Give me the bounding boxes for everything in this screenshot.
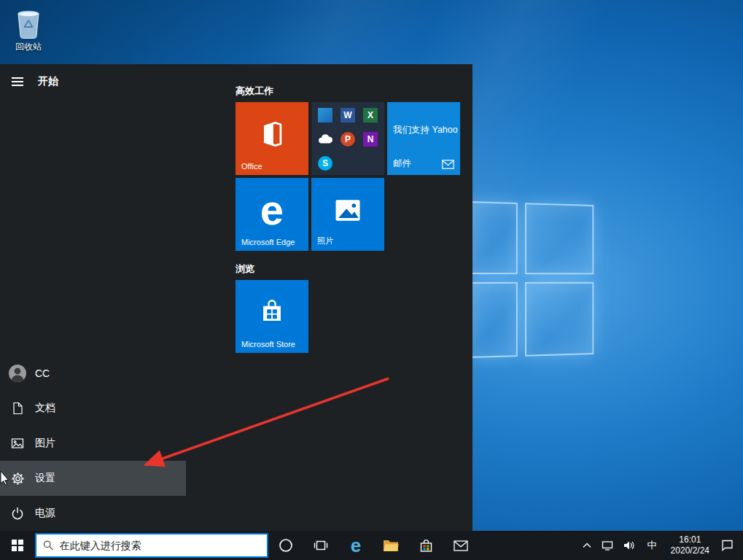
taskbar-search[interactable] bbox=[35, 533, 268, 558]
start-menu-title: 开始 bbox=[38, 75, 58, 88]
recycle-bin-icon bbox=[13, 6, 44, 39]
tray-date: 2020/2/24 bbox=[671, 545, 709, 556]
power-icon bbox=[0, 507, 35, 520]
tile-label-photos: 照片 bbox=[317, 236, 333, 246]
nav-label-power: 电源 bbox=[35, 507, 55, 520]
wallpaper-pane bbox=[470, 201, 518, 274]
chevron-up-icon bbox=[583, 542, 591, 548]
start-nav-pictures[interactable]: 图片 bbox=[0, 426, 186, 461]
start-nav-documents[interactable]: 文档 bbox=[0, 391, 186, 426]
mail-taskbar-button[interactable] bbox=[443, 531, 478, 560]
edge-icon: e bbox=[351, 536, 361, 555]
start-nav-settings[interactable]: 设置 bbox=[0, 461, 186, 496]
document-icon bbox=[0, 402, 35, 415]
start-nav-power[interactable]: 电源 bbox=[0, 496, 186, 531]
cortana-icon bbox=[279, 538, 293, 553]
tile-grid-productivity: Office W X P N S bbox=[236, 102, 460, 251]
pictures-icon bbox=[0, 437, 35, 450]
tray-overflow-button[interactable] bbox=[577, 531, 596, 560]
tile-microsoft-store[interactable]: Microsoft Store bbox=[236, 280, 308, 353]
file-explorer-button[interactable] bbox=[373, 531, 408, 560]
word-icon: W bbox=[341, 108, 355, 122]
task-view-button[interactable] bbox=[303, 531, 338, 560]
store-icon bbox=[419, 539, 433, 553]
tray-time: 16:01 bbox=[679, 534, 701, 545]
tile-microsoft-edge[interactable]: e Microsoft Edge bbox=[236, 178, 308, 251]
nav-label-settings: 设置 bbox=[35, 472, 55, 485]
store-taskbar-button[interactable] bbox=[408, 531, 443, 560]
gear-icon bbox=[0, 472, 35, 486]
teams-icon bbox=[318, 108, 332, 122]
action-center-button[interactable] bbox=[716, 531, 743, 560]
network-tray-button[interactable] bbox=[596, 531, 618, 560]
cortana-button[interactable] bbox=[268, 531, 303, 560]
nav-label-user: CC bbox=[35, 368, 50, 379]
onenote-icon: N bbox=[363, 132, 378, 147]
start-nav-user[interactable]: CC bbox=[0, 356, 186, 391]
onedrive-icon bbox=[318, 132, 332, 147]
hamburger-icon bbox=[12, 77, 23, 79]
search-icon bbox=[43, 540, 54, 551]
start-menu: 开始 CC bbox=[0, 64, 472, 531]
recycle-bin-label: 回收站 bbox=[15, 41, 42, 53]
tile-label-office: Office bbox=[241, 162, 262, 171]
speaker-icon bbox=[623, 540, 635, 551]
yahoo-tile-label: 邮件 bbox=[393, 158, 411, 170]
tile-office[interactable]: Office bbox=[236, 102, 308, 175]
start-nav-column: 开始 CC bbox=[0, 64, 186, 531]
mail-envelope-icon bbox=[442, 160, 454, 169]
ime-indicator[interactable]: 中 bbox=[640, 531, 664, 560]
mail-icon bbox=[454, 540, 468, 551]
notification-icon bbox=[721, 540, 734, 551]
start-tiles-area: 高效工作 Office W X bbox=[186, 64, 460, 531]
taskbar-clock[interactable]: 16:01 2020/2/24 bbox=[664, 531, 716, 560]
tile-yahoo-mail[interactable]: 我们支持 Yahoo 邮件 bbox=[387, 102, 460, 175]
excel-icon: X bbox=[363, 108, 378, 122]
task-view-icon bbox=[314, 539, 328, 552]
tile-label-edge: Microsoft Edge bbox=[241, 238, 295, 246]
edge-taskbar-button[interactable]: e bbox=[338, 531, 373, 560]
wallpaper-pane bbox=[525, 203, 594, 274]
tile-office-folder[interactable]: W X P N S bbox=[311, 102, 384, 175]
wallpaper-pane bbox=[470, 282, 518, 358]
office-folder-apps: W X P N S bbox=[318, 108, 378, 171]
recycle-bin[interactable]: 回收站 bbox=[6, 6, 51, 53]
tile-group-title-productivity: 高效工作 bbox=[236, 85, 460, 96]
start-nav-header: 开始 bbox=[0, 64, 186, 99]
user-avatar-icon bbox=[0, 364, 35, 383]
powerpoint-icon: P bbox=[341, 132, 355, 147]
desktop: 回收站 开始 bbox=[0, 0, 743, 560]
network-icon bbox=[602, 540, 613, 551]
windows-logo-icon bbox=[12, 540, 24, 552]
system-tray: 中 16:01 2020/2/24 bbox=[577, 531, 743, 560]
search-input[interactable] bbox=[60, 540, 260, 551]
yahoo-tile-text: 我们支持 Yahoo bbox=[393, 124, 458, 136]
nav-label-documents: 文档 bbox=[35, 402, 55, 415]
skype-icon: S bbox=[318, 156, 332, 171]
file-explorer-icon bbox=[383, 539, 399, 552]
start-button[interactable] bbox=[0, 531, 35, 560]
tile-grid-explore: Microsoft Store bbox=[236, 280, 460, 353]
volume-tray-button[interactable] bbox=[618, 531, 640, 560]
tile-photos[interactable]: 照片 bbox=[311, 178, 384, 251]
nav-label-pictures: 图片 bbox=[35, 437, 55, 450]
tile-label-store: Microsoft Store bbox=[241, 340, 295, 349]
tile-group-title-explore: 浏览 bbox=[236, 262, 460, 273]
windows-logo-wallpaper bbox=[470, 201, 594, 358]
wallpaper-pane bbox=[525, 282, 594, 357]
taskbar: e bbox=[0, 531, 743, 560]
start-nav-bottom: CC 文档 bbox=[0, 356, 186, 531]
hamburger-menu-button[interactable] bbox=[0, 64, 35, 99]
